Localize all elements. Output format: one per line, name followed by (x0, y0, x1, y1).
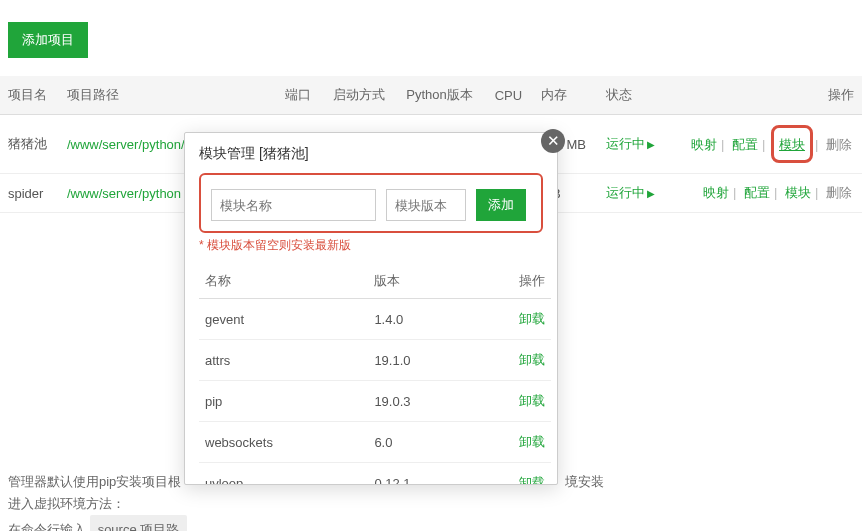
op-delete[interactable]: 删除 (826, 137, 852, 152)
mcell-version: 19.1.0 (368, 340, 470, 381)
cell-name: 猪猪池 (0, 115, 59, 174)
table-row: uvloop0.12.1卸载 (199, 463, 551, 485)
close-icon[interactable]: ✕ (541, 129, 565, 153)
mcol-version: 版本 (368, 264, 470, 299)
op-map[interactable]: 映射 (691, 137, 717, 152)
mcell-version: 19.0.3 (368, 381, 470, 422)
col-start: 启动方式 (325, 76, 398, 115)
module-modal: ✕ 模块管理 [猪猪池] 添加 * 模块版本留空则安装最新版 名称 版本 操作 … (184, 132, 558, 485)
mcell-name: pip (199, 381, 368, 422)
op-config[interactable]: 配置 (744, 185, 770, 200)
uninstall-link[interactable]: 卸载 (519, 311, 545, 326)
module-highlight: 模块 (771, 125, 813, 163)
cell-status: 运行中▶ (598, 174, 668, 213)
mcell-name: websockets (199, 422, 368, 463)
add-project-button[interactable]: 添加项目 (8, 22, 88, 58)
mcol-ops: 操作 (470, 264, 551, 299)
cell-status: 运行中▶ (598, 115, 668, 174)
col-ops: 操作 (668, 76, 862, 115)
uninstall-link[interactable]: 卸载 (519, 475, 545, 484)
mcol-name: 名称 (199, 264, 368, 299)
code-snippet: source 项目路 (90, 515, 188, 531)
table-row: websockets6.0卸载 (199, 422, 551, 463)
uninstall-link[interactable]: 卸载 (519, 434, 545, 449)
col-status: 状态 (598, 76, 668, 115)
play-icon: ▶ (647, 139, 655, 150)
cell-name: spider (0, 174, 59, 213)
mcell-version: 1.4.0 (368, 299, 470, 340)
op-map[interactable]: 映射 (703, 185, 729, 200)
col-name: 项目名 (0, 76, 59, 115)
module-version-input[interactable] (386, 189, 466, 221)
table-row: gevent1.4.0卸载 (199, 299, 551, 340)
mcell-name: uvloop (199, 463, 368, 485)
modal-form-highlight: 添加 (199, 173, 543, 233)
module-name-input[interactable] (211, 189, 376, 221)
modal-add-button[interactable]: 添加 (476, 189, 526, 221)
col-port: 端口 (277, 76, 325, 115)
mcell-version: 6.0 (368, 422, 470, 463)
uninstall-link[interactable]: 卸载 (519, 352, 545, 367)
table-row: attrs19.1.0卸载 (199, 340, 551, 381)
op-module[interactable]: 模块 (785, 185, 811, 200)
mcell-name: attrs (199, 340, 368, 381)
op-delete[interactable]: 删除 (826, 185, 852, 200)
modal-table-scroll[interactable]: 名称 版本 操作 gevent1.4.0卸载attrs19.1.0卸载pip19… (199, 264, 551, 484)
col-path: 项目路径 (59, 76, 277, 115)
uninstall-link[interactable]: 卸载 (519, 393, 545, 408)
modules-table: 名称 版本 操作 gevent1.4.0卸载attrs19.1.0卸载pip19… (199, 264, 551, 484)
play-icon: ▶ (647, 188, 655, 199)
table-row: pip19.0.3卸载 (199, 381, 551, 422)
modal-title: 模块管理 [猪猪池] (185, 133, 557, 173)
modal-note: * 模块版本留空则安装最新版 (199, 237, 543, 254)
col-mem: 内存 (533, 76, 598, 115)
col-python: Python版本 (398, 76, 486, 115)
op-config[interactable]: 配置 (732, 137, 758, 152)
mcell-version: 0.12.1 (368, 463, 470, 485)
mcell-name: gevent (199, 299, 368, 340)
op-module[interactable]: 模块 (779, 137, 805, 152)
col-cpu: CPU (487, 76, 534, 115)
